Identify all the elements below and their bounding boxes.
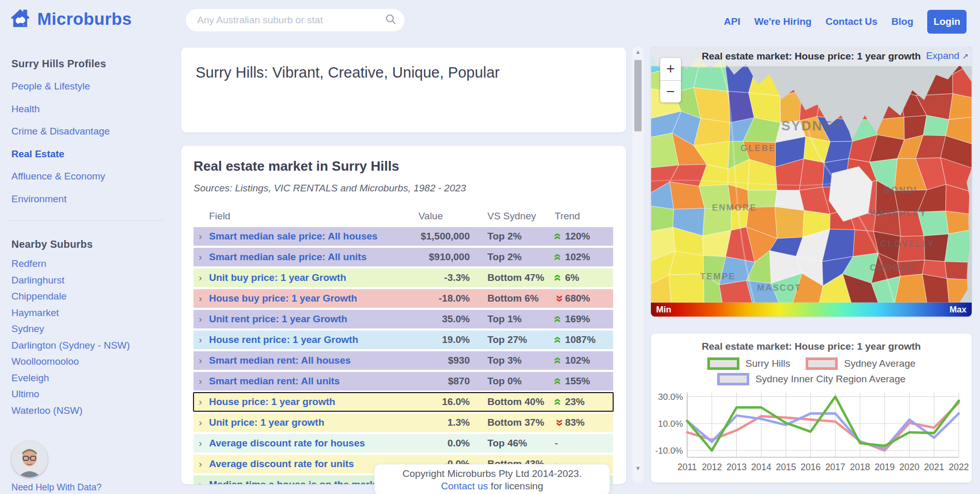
trend-value: 102% bbox=[565, 251, 590, 263]
field-link[interactable]: Unit price: 1 year growth bbox=[209, 417, 403, 428]
table-row[interactable]: ›Smart median rent: All units$870Top 0%«… bbox=[194, 372, 613, 391]
profile-links: People & LifestyleHealthCrime & Disadvan… bbox=[11, 75, 171, 210]
row-expander-icon[interactable]: › bbox=[194, 376, 209, 387]
x-tick-label: 2020 bbox=[899, 462, 919, 472]
table-row[interactable]: ›House rent price: 1 year Growth19.0%Top… bbox=[194, 331, 613, 349]
hero-card: Surry Hills: Vibrant, Creative, Unique, … bbox=[181, 48, 626, 132]
field-link[interactable]: House price: 1 year growth bbox=[209, 396, 403, 408]
page-title: Surry Hills: Vibrant, Creative, Unique, … bbox=[196, 64, 612, 81]
nearby-suburb-eveleigh[interactable]: Eveleigh bbox=[11, 370, 171, 386]
row-expander-icon[interactable]: › bbox=[194, 458, 209, 470]
table-row[interactable]: ›Unit price: 1 year growth1.3%Bottom 37%… bbox=[194, 413, 613, 432]
nearby-suburb-darlinghurst[interactable]: Darlinghurst bbox=[11, 272, 171, 289]
row-expander-icon[interactable]: › bbox=[194, 334, 209, 346]
main-content: Surry Hills: Vibrant, Creative, Unique, … bbox=[181, 43, 626, 484]
table-row[interactable]: ›Unit rent price: 1 year Growth35.0%Top … bbox=[194, 310, 613, 328]
map-zoom-in-button[interactable]: + bbox=[660, 58, 681, 81]
support-avatar[interactable] bbox=[11, 441, 48, 477]
sidebar-item-crime-disadvantage[interactable]: Crime & Disadvantage bbox=[11, 120, 171, 143]
contact-us-link[interactable]: Contact us bbox=[441, 481, 488, 491]
page-scrollbar[interactable]: ▲ ▼ bbox=[632, 47, 644, 483]
nearby-suburb-chippendale[interactable]: Chippendale bbox=[11, 288, 171, 305]
login-button[interactable]: Login bbox=[927, 10, 967, 34]
field-link[interactable]: Unit buy price: 1 year Growth bbox=[209, 272, 403, 283]
table-row[interactable]: ›Smart median rent: All houses$930Top 3%… bbox=[194, 351, 613, 370]
nav-link-we-re-hiring[interactable]: We're Hiring bbox=[754, 16, 812, 27]
search-input[interactable] bbox=[197, 14, 385, 26]
nearby-suburb-waterloo-nsw-[interactable]: Waterloo (NSW) bbox=[11, 402, 171, 419]
nearby-suburb-redfern[interactable]: Redfern bbox=[11, 256, 171, 272]
nearby-suburb-ultimo[interactable]: Ultimo bbox=[11, 386, 171, 402]
legend-item: Surry Hills bbox=[707, 357, 791, 370]
map-label-mascot: MASCOT bbox=[757, 283, 801, 293]
table-row[interactable]: ›Smart median sale price: All houses$1,5… bbox=[194, 227, 613, 246]
table-row[interactable]: ›Smart median sale price: All units$910,… bbox=[194, 248, 613, 266]
field-link[interactable]: Average discount rate for houses bbox=[209, 438, 403, 449]
search-icon[interactable] bbox=[385, 13, 396, 27]
nav-link-blog[interactable]: Blog bbox=[892, 16, 913, 27]
nav-link-contact-us[interactable]: Contact Us bbox=[825, 16, 877, 27]
row-expander-icon[interactable]: › bbox=[194, 251, 209, 263]
field-link[interactable]: Smart median rent: All units bbox=[209, 376, 403, 387]
sidebar-item-environment[interactable]: Environment bbox=[11, 188, 171, 211]
search-bar bbox=[185, 8, 405, 32]
brand-logo[interactable]: Microburbs bbox=[8, 6, 132, 32]
sidebar-item-people-lifestyle[interactable]: People & Lifestyle bbox=[11, 75, 171, 98]
value-cell: $930 bbox=[403, 355, 470, 366]
map-expand-link[interactable]: Expand ↗ bbox=[926, 50, 969, 62]
sidebar-item-real-estate[interactable]: Real Estate bbox=[11, 143, 171, 166]
nearby-suburb-darlington-sydney-nsw-[interactable]: Darlington (Sydney - NSW) bbox=[11, 337, 171, 354]
field-link[interactable]: Smart median sale price: All houses bbox=[209, 231, 403, 242]
row-expander-icon[interactable]: › bbox=[194, 479, 209, 484]
sidebar-item-health[interactable]: Health bbox=[11, 98, 171, 121]
scrollbar-thumb[interactable] bbox=[634, 60, 642, 131]
table-row[interactable]: ›House price: 1 year growth16.0%Bottom 4… bbox=[194, 393, 613, 411]
row-expander-icon[interactable]: › bbox=[194, 438, 209, 449]
row-expander-icon[interactable]: › bbox=[194, 313, 209, 325]
legend-swatch-icon bbox=[806, 357, 838, 370]
column-header-field: Field bbox=[209, 211, 403, 222]
row-expander-icon[interactable]: › bbox=[194, 355, 209, 366]
scroll-up-icon[interactable]: ▲ bbox=[632, 49, 644, 55]
field-link[interactable]: House buy price: 1 year Growth bbox=[209, 293, 403, 304]
choropleth-map[interactable]: SYDNEYGLEBEENMORETEMPEMASCOTBONDIWAVERLE… bbox=[651, 47, 972, 303]
row-expander-icon[interactable]: › bbox=[194, 417, 209, 428]
field-link[interactable]: Average discount rate for units bbox=[209, 458, 403, 470]
field-link[interactable]: Smart median sale price: All units bbox=[209, 251, 403, 263]
nearby-suburb-haymarket[interactable]: Haymarket bbox=[11, 305, 171, 321]
value-cell: $1,500,000 bbox=[403, 231, 470, 242]
trend-up-icon: « bbox=[554, 274, 563, 281]
field-link[interactable]: Smart median rent: All houses bbox=[209, 355, 403, 366]
nearby-suburb-sydney[interactable]: Sydney bbox=[11, 321, 171, 337]
column-header-value: Value bbox=[403, 211, 470, 222]
trend-cell: «83% bbox=[555, 417, 613, 428]
field-link[interactable]: Median time a house is on the market bbox=[209, 479, 403, 484]
row-expander-icon[interactable]: › bbox=[194, 231, 209, 242]
nearby-suburb-woolloomooloo[interactable]: Woolloomooloo bbox=[11, 353, 171, 370]
sidebar-item-affluence-economy[interactable]: Affluence & Economy bbox=[11, 165, 171, 188]
map-label-sydney: SYDNEY bbox=[781, 118, 843, 133]
vs-sydney-cell: Bottom 6% bbox=[487, 293, 555, 304]
trend-up-icon: « bbox=[554, 253, 563, 261]
map-title: Real estate market: House price: 1 year … bbox=[702, 51, 920, 62]
map-titlebar: Real estate market: House price: 1 year … bbox=[651, 47, 972, 66]
trend-cell: «169% bbox=[555, 313, 613, 325]
table-row[interactable]: ›House buy price: 1 year Growth-18.0%Bot… bbox=[194, 289, 613, 308]
row-expander-icon[interactable]: › bbox=[194, 396, 209, 408]
nav-link-api[interactable]: API bbox=[724, 16, 740, 27]
map-zoom-out-button[interactable]: − bbox=[660, 81, 681, 103]
trend-cell: - bbox=[555, 438, 613, 449]
table-row[interactable]: ›Unit buy price: 1 year Growth-3.3%Botto… bbox=[194, 268, 613, 287]
row-expander-icon[interactable]: › bbox=[194, 293, 209, 304]
scroll-down-icon[interactable]: ▼ bbox=[632, 465, 644, 471]
growth-chart-card: Real estate market: House price: 1 year … bbox=[651, 334, 972, 483]
field-link[interactable]: Unit rent price: 1 year Growth bbox=[209, 313, 403, 325]
table-row[interactable]: ›Average discount rate for houses0.0%Top… bbox=[194, 434, 613, 453]
row-expander-icon[interactable]: › bbox=[194, 272, 209, 283]
top-navigation: APIWe're HiringContact UsBlog Login bbox=[724, 0, 967, 43]
trend-up-icon: « bbox=[554, 398, 563, 406]
help-with-data-link[interactable]: Need Help With Data? bbox=[11, 482, 101, 493]
trend-down-icon: « bbox=[554, 419, 563, 426]
table-body: ›Smart median sale price: All houses$1,5… bbox=[194, 227, 613, 484]
field-link[interactable]: House rent price: 1 year Growth bbox=[209, 334, 403, 346]
